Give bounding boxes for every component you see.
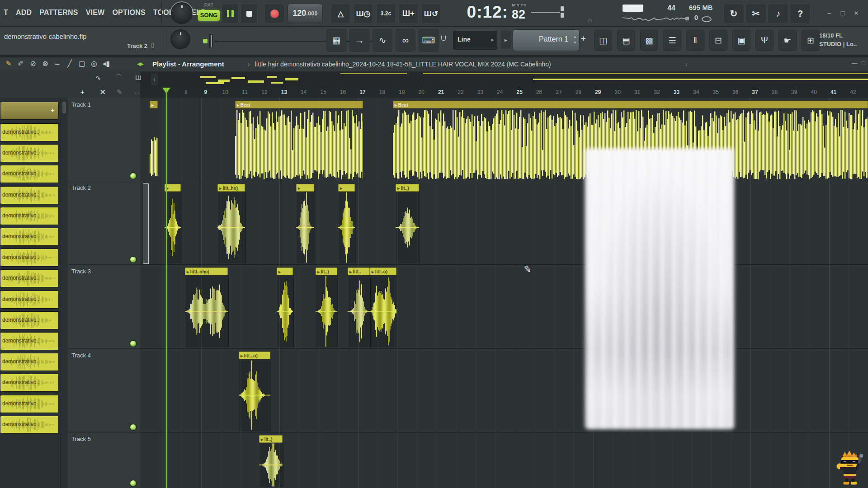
mute-tool[interactable]: ⊗: [41, 59, 49, 68]
audio-clip[interactable]: ▸ littl..nho): [185, 267, 228, 347]
mic-button[interactable]: ♪: [768, 3, 788, 24]
piano-roll-button[interactable]: ▩: [640, 30, 658, 51]
picker-clip[interactable]: demonstrativo..: [0, 228, 59, 246]
timeline-ruler[interactable]: 7891011121314151617181920212223242526272…: [140, 87, 868, 99]
playlist-minimize-button[interactable]: —: [852, 60, 858, 66]
touch-button[interactable]: ⊞: [802, 30, 820, 51]
help-button[interactable]: ?: [790, 3, 811, 24]
pause-button[interactable]: [222, 3, 239, 24]
arrangement-title[interactable]: little hair demonstrativo cabelinho_2024…: [255, 61, 551, 68]
audio-clip[interactable]: ▸ litt..: [348, 267, 370, 347]
audio-clip[interactable]: ▸ litt..ho): [217, 184, 245, 263]
slip-tool[interactable]: ↔: [53, 59, 61, 68]
add-pattern-button[interactable]: +: [581, 34, 586, 43]
picker-current-clip[interactable]: +: [0, 102, 59, 120]
arrangement-grid[interactable]: ▸ ▸ Beat▸ Beat▸ ▸ litt..ho)▸ ▸ ▸ lit..)▸…: [140, 98, 868, 488]
song-position-marker[interactable]: [209, 34, 213, 48]
delete-tool[interactable]: ⊘: [29, 59, 37, 68]
retrig-button[interactable]: Ш↺: [421, 3, 441, 24]
channel-rack-button[interactable]: ☰: [663, 30, 681, 51]
picker-clip[interactable]: demonstrativo..: [0, 123, 59, 141]
pattern-stepper[interactable]: ▴▾: [574, 34, 576, 46]
track-name-label[interactable]: Track 5: [71, 436, 91, 442]
track-mute-led[interactable]: [130, 256, 137, 263]
picker-clip[interactable]: demonstrativo..: [0, 165, 59, 183]
audio-clip[interactable]: ▸ lit..): [259, 435, 283, 487]
shift-slider[interactable]: [531, 12, 560, 13]
arrow-tool-button[interactable]: →: [349, 29, 369, 52]
audio-clips-tab[interactable]: ∿: [95, 74, 101, 82]
add-button[interactable]: +: [80, 88, 85, 96]
automation-tab[interactable]: ⌒: [115, 74, 122, 82]
remote-button[interactable]: ☛: [778, 30, 797, 51]
metronome-button[interactable]: △: [331, 3, 350, 24]
draw-dim-button[interactable]: ✎: [117, 88, 123, 96]
picker-clip[interactable]: demonstrativo..: [0, 332, 59, 350]
minimap[interactable]: [140, 71, 868, 87]
mixer-button[interactable]: ‖: [686, 30, 704, 51]
slide-button[interactable]: ∿: [373, 29, 392, 52]
slice-tool[interactable]: ╱: [66, 59, 74, 68]
track-name-label[interactable]: Track 2: [71, 184, 91, 191]
picker-clip[interactable]: demonstrativo..: [0, 374, 59, 392]
menu-item-add[interactable]: ADD: [16, 9, 32, 17]
delete-button[interactable]: ✕: [100, 88, 106, 96]
pat-mode-button[interactable]: PAT: [198, 2, 220, 8]
menu-item-view[interactable]: VIEW: [86, 9, 105, 17]
picker-clip[interactable]: demonstrativo..: [0, 311, 59, 329]
track-name-label[interactable]: Track 3: [71, 268, 91, 275]
zoom-tool[interactable]: ◎: [90, 59, 98, 68]
slip-dim-button[interactable]: ↔: [133, 88, 140, 96]
picker-clip[interactable]: demonstrativo..: [0, 353, 59, 371]
time-display[interactable]: 0:12: 82 M:S:CS: [461, 2, 529, 24]
shift-slider-handle[interactable]: [561, 13, 564, 18]
pattern-prev-button[interactable]: ▸: [501, 31, 511, 49]
picker-clip[interactable]: demonstrativo..: [0, 291, 59, 309]
audio-clip[interactable]: ▸: [150, 101, 158, 180]
song-mode-button[interactable]: SONG: [198, 10, 220, 21]
track-mute-led[interactable]: [130, 340, 137, 347]
track-mute-led[interactable]: [130, 480, 137, 487]
track-mute-led[interactable]: [130, 424, 137, 431]
picker-clip[interactable]: demonstrativo..: [0, 144, 59, 162]
stop-button[interactable]: [241, 3, 258, 24]
plugin-button[interactable]: Ψ: [755, 30, 774, 51]
picker-scrollbar[interactable]: [62, 102, 66, 113]
picker-clip[interactable]: demonstrativo..: [0, 395, 59, 413]
maximize-button[interactable]: □: [837, 7, 848, 18]
playback-tool[interactable]: ◂▮: [102, 59, 110, 68]
track-mute-led[interactable]: [130, 173, 137, 179]
master-volume-knob[interactable]: [171, 2, 193, 24]
plugin-picker-button[interactable]: ▣: [732, 30, 750, 51]
selection-marker[interactable]: [143, 183, 149, 264]
playlist-button[interactable]: ▤: [617, 30, 635, 51]
audio-clip[interactable]: ▸ Beat: [235, 101, 363, 180]
loop-record-button[interactable]: Ш+: [399, 3, 418, 24]
track-name-label[interactable]: Track 1: [71, 101, 91, 108]
step-grid-button[interactable]: ▦: [326, 29, 346, 52]
link-button[interactable]: ∞: [396, 29, 415, 52]
patterns-tab[interactable]: Ш: [135, 74, 142, 81]
picker-clip[interactable]: demonstrativo..: [0, 207, 59, 225]
audio-clip[interactable]: ▸ litt...o): [239, 352, 270, 431]
snap-selector[interactable]: Line ▸: [453, 31, 497, 50]
paint-tool[interactable]: ✐: [17, 59, 25, 68]
draw-tool[interactable]: ✎: [5, 59, 13, 68]
menu-item-t[interactable]: T: [4, 9, 8, 17]
menu-item-patterns[interactable]: PATTERNS: [39, 9, 78, 17]
select-tool[interactable]: ▢: [78, 59, 86, 68]
browser-button[interactable]: ⊟: [709, 30, 727, 51]
countdown-button[interactable]: 3.2c: [376, 3, 396, 24]
sync-button[interactable]: ↻: [723, 3, 744, 24]
tools-button[interactable]: ✂: [745, 3, 766, 24]
scroll-left-button[interactable]: ‹: [151, 73, 158, 85]
audio-clip[interactable]: ▸ litt..o): [370, 267, 396, 347]
record-button[interactable]: [264, 3, 285, 24]
audio-clip[interactable]: ▸: [165, 184, 181, 263]
audio-clip[interactable]: ▸ lit..): [316, 267, 337, 347]
marker-square[interactable]: [203, 39, 208, 43]
monitor-knob[interactable]: [170, 29, 190, 49]
audio-clip[interactable]: ▸: [338, 184, 355, 263]
audio-clip[interactable]: ▸: [277, 267, 293, 347]
audio-clip[interactable]: ▸ lit..): [396, 184, 419, 263]
